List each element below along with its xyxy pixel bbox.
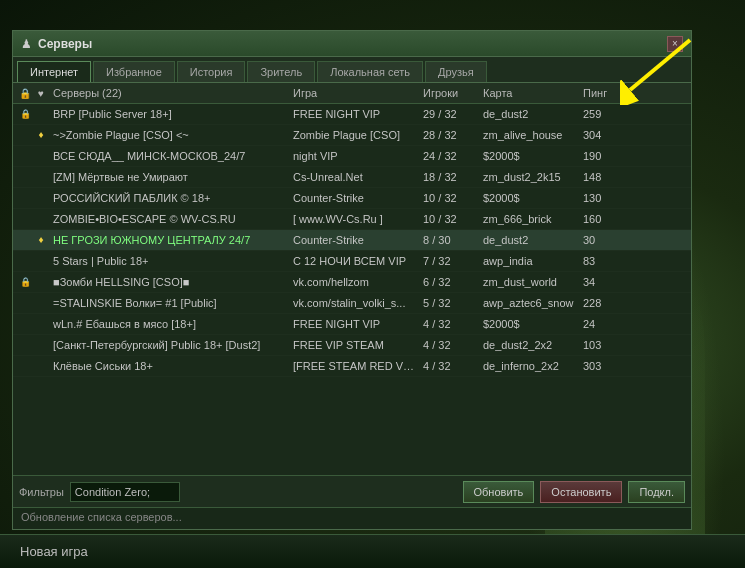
- title-bar: ♟ Серверы ×: [13, 31, 691, 57]
- title-bar-left: ♟ Серверы: [21, 37, 92, 51]
- table-row[interactable]: ♦~>Zombie Plague [CSO] <~Zombie Plague […: [13, 125, 691, 146]
- cell-game: Counter-Strike: [289, 231, 419, 249]
- cell-server-name: РОССИЙСКИЙ ПАБЛИК © 18+: [49, 189, 289, 207]
- tab-history[interactable]: История: [177, 61, 246, 82]
- table-row[interactable]: ZOMBIE•BIO•ESCAPE © WV-CS.RU[ www.WV-Cs.…: [13, 209, 691, 230]
- cell-ping: 130: [579, 189, 634, 207]
- cell-server-name: ZOMBIE•BIO•ESCAPE © WV-CS.RU: [49, 210, 289, 228]
- cell-map: de_dust2_2x2: [479, 336, 579, 354]
- connect-button[interactable]: Подкл.: [628, 481, 685, 503]
- server-list-area: 🔒 ♥ Серверы (22) Игра Игроки Карта Пинг …: [13, 83, 691, 475]
- cell-map: zm_alive_house: [479, 126, 579, 144]
- tab-spectator[interactable]: Зритель: [247, 61, 315, 82]
- cell-players: 24 / 32: [419, 147, 479, 165]
- cell-lock: [17, 189, 33, 207]
- table-row[interactable]: ♦НЕ ГРОЗИ ЮЖНОМУ ЦЕНТРАЛУ 24/7Counter-St…: [13, 230, 691, 251]
- col-map[interactable]: Карта: [479, 85, 579, 101]
- cell-players: 6 / 32: [419, 273, 479, 291]
- table-row[interactable]: РОССИЙСКИЙ ПАБЛИК © 18+Counter-Strike10 …: [13, 188, 691, 209]
- cell-players: 8 / 30: [419, 231, 479, 249]
- filter-label: Фильтры: [19, 486, 64, 498]
- cell-server-name: BRP [Public Server 18+]: [49, 105, 289, 123]
- cell-lock: [17, 336, 33, 354]
- nav-bar: Новая игра: [0, 534, 745, 568]
- status-bar: Обновление списка серверов...: [13, 507, 691, 529]
- table-row[interactable]: [ZM] Мёртвые не УмираютCs-Unreal.Net18 /…: [13, 167, 691, 188]
- table-row[interactable]: ВСЕ СЮДА__ МИНСК-МОСКОВ_24/7night VIP24 …: [13, 146, 691, 167]
- filter-input[interactable]: [70, 482, 180, 502]
- cell-server-name: ВСЕ СЮДА__ МИНСК-МОСКОВ_24/7: [49, 147, 289, 165]
- cell-map: de_dust2: [479, 231, 579, 249]
- refresh-button[interactable]: Обновить: [463, 481, 535, 503]
- cell-players: 18 / 32: [419, 168, 479, 186]
- tab-internet[interactable]: Интернет: [17, 61, 91, 82]
- table-row[interactable]: 5 Stars | Public 18+С 12 НОЧИ ВСЕМ VIP7 …: [13, 251, 691, 272]
- cell-game: vk.com/hellzom: [289, 273, 419, 291]
- col-fav[interactable]: ♥: [33, 85, 49, 101]
- cell-game: FREE NIGHT VIP: [289, 105, 419, 123]
- cell-fav: ♦: [33, 231, 49, 249]
- cell-game: vk.com/stalin_volki_s...: [289, 294, 419, 312]
- cell-ping: 304: [579, 126, 634, 144]
- table-row[interactable]: 🔒BRP [Public Server 18+]FREE NIGHT VIP29…: [13, 104, 691, 125]
- table-row[interactable]: Клёвые Сиськи 18+[FREE STEAM RED VIP.4 /…: [13, 356, 691, 377]
- cell-ping: 148: [579, 168, 634, 186]
- window-title: Серверы: [38, 37, 92, 51]
- cell-fav: [33, 210, 49, 228]
- cell-players: 29 / 32: [419, 105, 479, 123]
- cell-players: 4 / 32: [419, 336, 479, 354]
- col-lock[interactable]: 🔒: [17, 85, 33, 101]
- cell-server-name: =STALINSKIE Волки= #1 [Public]: [49, 294, 289, 312]
- cell-fav: [33, 273, 49, 291]
- cell-game: Cs-Unreal.Net: [289, 168, 419, 186]
- stop-button[interactable]: Остановить: [540, 481, 622, 503]
- table-row[interactable]: wLn.# Ебашься в мясо [18+]FREE NIGHT VIP…: [13, 314, 691, 335]
- cell-players: 28 / 32: [419, 126, 479, 144]
- cell-ping: 83: [579, 252, 634, 270]
- cell-map: awp_aztec6_snow: [479, 294, 579, 312]
- cell-lock: [17, 252, 33, 270]
- yellow-arrow: [620, 35, 700, 105]
- cell-fav: [33, 147, 49, 165]
- cell-map: de_inferno_2x2: [479, 357, 579, 375]
- cell-lock: [17, 126, 33, 144]
- col-servers[interactable]: Серверы (22): [49, 85, 289, 101]
- cell-game: FREE VIP STEAM: [289, 336, 419, 354]
- cell-map: $2000$: [479, 147, 579, 165]
- server-rows-container[interactable]: 🔒BRP [Public Server 18+]FREE NIGHT VIP29…: [13, 104, 691, 475]
- cell-server-name: wLn.# Ебашься в мясо [18+]: [49, 315, 289, 333]
- cell-server-name: 5 Stars | Public 18+: [49, 252, 289, 270]
- cell-fav: [33, 105, 49, 123]
- bottom-bar: Фильтры Обновить Остановить Подкл.: [13, 475, 691, 507]
- cell-fav: [33, 315, 49, 333]
- cell-players: 5 / 32: [419, 294, 479, 312]
- table-row[interactable]: 🔒■Зомби HELLSING [CSO]■vk.com/hellzom6 /…: [13, 272, 691, 293]
- cell-game: [FREE STEAM RED VIP.: [289, 357, 419, 375]
- lock-icon: 🔒: [19, 88, 31, 99]
- col-game[interactable]: Игра: [289, 85, 419, 101]
- fav-icon: ♥: [38, 88, 44, 99]
- svg-line-1: [630, 40, 690, 90]
- cell-game: night VIP: [289, 147, 419, 165]
- cell-game: Zombie Plague [CSO]: [289, 126, 419, 144]
- table-row[interactable]: [Санкт-Петербургский] Public 18+ [Dust2]…: [13, 335, 691, 356]
- table-row[interactable]: =STALINSKIE Волки= #1 [Public]vk.com/sta…: [13, 293, 691, 314]
- cell-map: awp_india: [479, 252, 579, 270]
- cell-lock: [17, 315, 33, 333]
- cell-server-name: НЕ ГРОЗИ ЮЖНОМУ ЦЕНТРАЛУ 24/7: [49, 231, 289, 249]
- status-text: Обновление списка серверов...: [21, 511, 182, 523]
- cell-fav: [33, 168, 49, 186]
- cell-map: $2000$: [479, 315, 579, 333]
- cell-players: 4 / 32: [419, 357, 479, 375]
- tab-friends[interactable]: Друзья: [425, 61, 487, 82]
- col-players[interactable]: Игроки: [419, 85, 479, 101]
- cell-map: zm_dust_world: [479, 273, 579, 291]
- tab-lan[interactable]: Локальная сеть: [317, 61, 423, 82]
- cell-lock: [17, 231, 33, 249]
- cell-fav: [33, 189, 49, 207]
- nav-new-game[interactable]: Новая игра: [12, 544, 96, 559]
- cell-ping: 34: [579, 273, 634, 291]
- tab-favorites[interactable]: Избранное: [93, 61, 175, 82]
- cell-map: $2000$: [479, 189, 579, 207]
- column-headers: 🔒 ♥ Серверы (22) Игра Игроки Карта Пинг: [13, 83, 691, 104]
